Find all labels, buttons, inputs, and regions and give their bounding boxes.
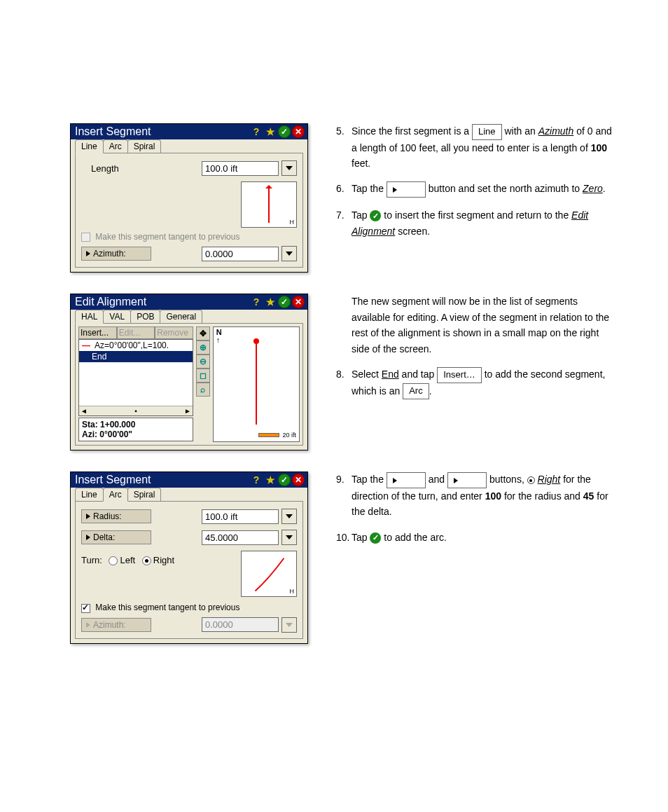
zoom-in-icon[interactable]: ⊕: [196, 340, 210, 355]
tab-general[interactable]: General: [160, 310, 202, 323]
edit-button: Edit...: [117, 326, 155, 339]
instructions-block-1: 5. Since the first segment is a Line wit…: [336, 123, 616, 249]
turn-right-radio[interactable]: [142, 556, 151, 565]
close-button[interactable]: ✕: [292, 125, 305, 138]
inline-insert-button: Insert…: [437, 367, 482, 383]
azimuth-input[interactable]: [202, 247, 279, 261]
status-readout: Sta: 1+00.000 Azi: 0°00'00": [78, 418, 193, 441]
segment-preview: H: [241, 181, 297, 228]
insert-segment-line-dialog: Insert Segment ? ★ ✓ ✕ Line Arc Spiral L…: [70, 123, 308, 273]
radius-input[interactable]: [202, 509, 279, 524]
tab-spiral[interactable]: Spiral: [127, 139, 162, 153]
instructions-block-3: 9. Tap the and buttons, Right for the di…: [336, 472, 616, 555]
ok-icon: ✓: [370, 532, 381, 544]
delta-button[interactable]: Delta:: [81, 530, 151, 544]
delta-input[interactable]: [202, 530, 279, 545]
favorite-icon[interactable]: ★: [264, 474, 277, 486]
ok-button[interactable]: ✓: [278, 296, 291, 308]
inline-radius-button: [387, 472, 426, 488]
help-icon[interactable]: ?: [250, 296, 263, 308]
favorite-icon[interactable]: ★: [264, 296, 277, 308]
length-dropdown[interactable]: [281, 160, 297, 176]
radius-button[interactable]: Radius:: [81, 509, 151, 523]
dialog-title: Insert Segment: [75, 125, 249, 138]
help-icon[interactable]: ?: [250, 474, 263, 486]
tab-arc[interactable]: Arc: [103, 139, 128, 153]
inline-line-button: Line: [472, 124, 502, 140]
horizontal-scrollbar[interactable]: ◄▪►: [79, 406, 193, 415]
zoom-extents-icon[interactable]: ◻: [196, 369, 210, 383]
instructions-block-2: The new segment will now be in the list …: [336, 294, 616, 409]
segment-list[interactable]: — Az=0°00'00",L=100. End ◄▪►: [78, 339, 193, 416]
length-label: Length: [91, 163, 154, 174]
dialog-title: Edit Alignment: [75, 296, 249, 308]
remove-button: Remove: [155, 326, 193, 339]
azimuth-dropdown[interactable]: [281, 246, 297, 261]
titlebar: Insert Segment ? ★ ✓ ✕: [71, 124, 307, 139]
tangent-label: Make this segment tangent to previous: [95, 603, 239, 612]
turn-left-radio[interactable]: [109, 556, 118, 565]
tangent-checkbox[interactable]: [81, 604, 90, 613]
tab-val[interactable]: VAL: [103, 310, 131, 323]
tab-line[interactable]: Line: [75, 488, 104, 501]
zoom-out-icon[interactable]: ⊖: [196, 355, 210, 369]
edit-alignment-dialog: Edit Alignment ? ★ ✓ ✕ HAL VAL POB Gener…: [70, 294, 308, 450]
help-icon[interactable]: ?: [250, 125, 263, 138]
inline-delta-button: [447, 472, 487, 488]
titlebar: Insert Segment ? ★ ✓ ✕: [71, 472, 307, 488]
tangent-checkbox: [81, 233, 90, 242]
turn-label: Turn:: [81, 555, 102, 565]
ok-button[interactable]: ✓: [278, 474, 291, 486]
ok-button[interactable]: ✓: [278, 125, 291, 138]
zoom-window-icon[interactable]: ⌕: [196, 383, 210, 397]
insert-segment-arc-dialog: Insert Segment ? ★ ✓ ✕ Line Arc Spiral R…: [70, 472, 308, 643]
inline-right-radio: [527, 476, 535, 484]
segment-preview: H: [241, 551, 297, 597]
favorite-icon[interactable]: ★: [264, 125, 277, 138]
map-view: N↑ 20 ift: [213, 326, 300, 442]
radius-dropdown[interactable]: [281, 509, 297, 524]
titlebar: Edit Alignment ? ★ ✓ ✕: [71, 294, 307, 310]
length-input[interactable]: [202, 161, 279, 176]
azimuth-dropdown: [281, 617, 297, 633]
tab-spiral[interactable]: Spiral: [127, 488, 162, 501]
tab-arc[interactable]: Arc: [103, 488, 128, 502]
inline-arc-button: Arc: [403, 383, 429, 399]
ok-icon: ✓: [370, 210, 381, 221]
tab-pob[interactable]: POB: [130, 310, 160, 323]
tab-hal[interactable]: HAL: [75, 310, 104, 324]
inline-azimuth-button: [387, 181, 426, 198]
azimuth-button: Azimuth:: [81, 618, 151, 632]
insert-button[interactable]: Insert...: [78, 326, 117, 339]
span-icon[interactable]: ✥: [196, 326, 210, 340]
azimuth-input: [202, 617, 279, 632]
azimuth-button[interactable]: Azimuth:: [81, 247, 151, 261]
tangent-label: Make this segment tangent to previous: [95, 232, 239, 242]
tab-line[interactable]: Line: [75, 139, 104, 153]
close-button[interactable]: ✕: [292, 474, 305, 486]
delta-dropdown[interactable]: [281, 530, 297, 545]
close-button[interactable]: ✕: [292, 296, 305, 308]
dialog-title: Insert Segment: [75, 474, 249, 486]
map-toolbar: ✥ ⊕ ⊖ ◻ ⌕: [196, 326, 210, 442]
